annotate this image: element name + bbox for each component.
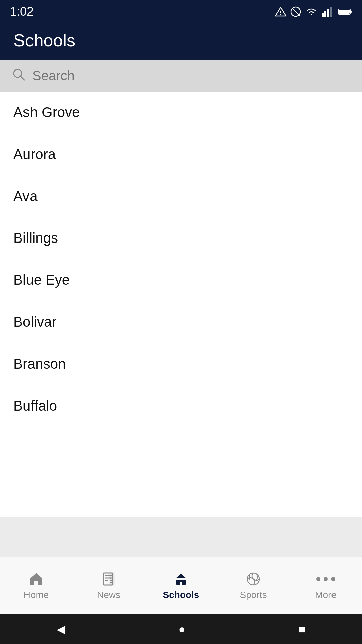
wifi-icon — [305, 7, 318, 17]
list-item[interactable]: Billings — [0, 217, 362, 259]
svg-rect-7 — [330, 7, 332, 17]
warning-icon: ! — [275, 7, 286, 17]
app-header: Schools — [0, 23, 362, 60]
nav-label-more: More — [315, 590, 337, 600]
nav-item-schools[interactable]: Schools — [145, 571, 217, 600]
schools-list: Ash GroveAuroraAvaBillingsBlue EyeBoliva… — [0, 92, 362, 517]
nav-label-news: News — [97, 590, 120, 600]
sports-icon — [245, 571, 261, 587]
nav-label-schools: Schools — [163, 590, 199, 600]
list-item[interactable]: Ava — [0, 175, 362, 217]
nav-item-sports[interactable]: Sports — [217, 571, 290, 600]
svg-rect-5 — [324, 11, 326, 17]
svg-rect-4 — [322, 13, 324, 17]
status-icons: ! — [275, 6, 352, 17]
signal-icon — [322, 7, 334, 17]
home-icon — [28, 571, 44, 587]
list-item[interactable]: Bolivar — [0, 301, 362, 343]
bottom-navigation: Home News Schools — [0, 557, 362, 614]
search-input[interactable] — [32, 68, 350, 84]
svg-rect-17 — [110, 573, 114, 585]
list-item[interactable]: Branson — [0, 343, 362, 385]
list-item[interactable]: Buffalo — [0, 385, 362, 427]
svg-rect-24 — [180, 582, 182, 585]
android-back-button[interactable]: ◀ — [57, 622, 65, 636]
nav-item-more[interactable]: More — [290, 571, 362, 600]
page-title: Schools — [13, 31, 75, 50]
svg-line-3 — [292, 8, 300, 16]
svg-rect-10 — [339, 10, 350, 14]
news-icon — [101, 571, 117, 587]
search-icon — [12, 68, 25, 84]
nav-label-home: Home — [24, 590, 49, 600]
list-item[interactable]: Blue Eye — [0, 259, 362, 301]
svg-line-12 — [21, 76, 24, 80]
svg-rect-6 — [327, 9, 329, 17]
more-icon — [316, 571, 335, 587]
android-navigation: ◀ ● ■ — [0, 614, 362, 644]
list-item[interactable]: Ash Grove — [0, 92, 362, 133]
nav-item-home[interactable]: Home — [0, 571, 72, 600]
battery-icon — [338, 8, 352, 16]
svg-text:!: ! — [280, 10, 281, 16]
svg-rect-9 — [350, 11, 352, 13]
nav-item-news[interactable]: News — [72, 571, 145, 600]
android-home-button[interactable]: ● — [178, 623, 185, 636]
status-bar: 1:02 ! — [0, 0, 362, 23]
list-item[interactable]: Aurora — [0, 133, 362, 175]
schools-icon — [173, 571, 189, 587]
blocked-icon — [290, 6, 301, 17]
nav-label-sports: Sports — [240, 590, 267, 600]
search-bar[interactable] — [0, 60, 362, 92]
svg-marker-23 — [176, 574, 186, 578]
android-recents-button[interactable]: ■ — [299, 623, 306, 636]
status-time: 1:02 — [10, 5, 34, 19]
content-spacer — [0, 517, 362, 557]
